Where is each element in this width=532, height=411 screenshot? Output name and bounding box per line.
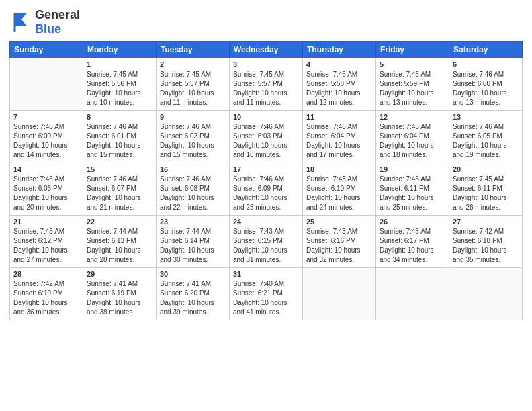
calendar-cell: 9Sunrise: 7:46 AMSunset: 6:02 PMDaylight…: [157, 111, 230, 163]
day-info: Sunrise: 7:46 AMSunset: 6:00 PMDaylight:…: [13, 122, 79, 160]
day-number: 1: [87, 60, 152, 68]
day-number: 3: [233, 60, 299, 68]
day-number: 13: [453, 113, 519, 121]
day-number: 28: [13, 270, 79, 278]
day-info: Sunrise: 7:46 AMSunset: 6:09 PMDaylight:…: [233, 175, 299, 212]
day-info: Sunrise: 7:46 AMSunset: 6:08 PMDaylight:…: [160, 175, 226, 212]
day-number: 8: [87, 113, 152, 121]
calendar-cell: 11Sunrise: 7:46 AMSunset: 6:04 PMDayligh…: [303, 111, 376, 163]
weekday-header-row: SundayMondayTuesdayWednesdayThursdayFrid…: [10, 42, 523, 58]
calendar-cell: 15Sunrise: 7:46 AMSunset: 6:07 PMDayligh…: [83, 163, 157, 216]
calendar-cell: 1Sunrise: 7:45 AMSunset: 5:56 PMDaylight…: [83, 58, 157, 111]
day-info: Sunrise: 7:46 AMSunset: 6:00 PMDaylight:…: [453, 70, 519, 107]
calendar-cell: [449, 268, 523, 320]
day-number: 22: [87, 218, 152, 226]
day-info: Sunrise: 7:46 AMSunset: 6:04 PMDaylight:…: [306, 122, 372, 160]
calendar-cell: 2Sunrise: 7:45 AMSunset: 5:57 PMDaylight…: [157, 58, 230, 111]
calendar-cell: 12Sunrise: 7:46 AMSunset: 6:04 PMDayligh…: [376, 111, 449, 163]
day-info: Sunrise: 7:41 AMSunset: 6:19 PMDaylight:…: [87, 279, 152, 317]
calendar-cell: 3Sunrise: 7:45 AMSunset: 5:57 PMDaylight…: [230, 58, 303, 111]
week-row-4: 21Sunrise: 7:45 AMSunset: 6:12 PMDayligh…: [10, 216, 523, 268]
day-number: 31: [233, 270, 299, 278]
day-info: Sunrise: 7:45 AMSunset: 5:57 PMDaylight:…: [160, 70, 226, 107]
calendar-cell: 6Sunrise: 7:46 AMSunset: 6:00 PMDaylight…: [449, 58, 523, 111]
calendar-cell: 17Sunrise: 7:46 AMSunset: 6:09 PMDayligh…: [230, 163, 303, 216]
page: General Blue SundayMondayTuesdayWednesda…: [0, 0, 532, 411]
day-info: Sunrise: 7:45 AMSunset: 6:11 PMDaylight:…: [453, 175, 519, 212]
day-info: Sunrise: 7:46 AMSunset: 6:06 PMDaylight:…: [13, 175, 79, 212]
calendar-cell: 24Sunrise: 7:43 AMSunset: 6:15 PMDayligh…: [230, 216, 303, 268]
day-number: 26: [380, 218, 445, 226]
calendar-cell: 27Sunrise: 7:42 AMSunset: 6:18 PMDayligh…: [449, 216, 523, 268]
calendar-cell: 31Sunrise: 7:40 AMSunset: 6:21 PMDayligh…: [230, 268, 303, 320]
week-row-5: 28Sunrise: 7:42 AMSunset: 6:19 PMDayligh…: [10, 268, 523, 320]
weekday-header-wednesday: Wednesday: [230, 42, 303, 58]
day-info: Sunrise: 7:40 AMSunset: 6:21 PMDaylight:…: [233, 279, 299, 317]
day-number: 21: [13, 218, 79, 226]
weekday-header-tuesday: Tuesday: [157, 42, 230, 58]
calendar-cell: 22Sunrise: 7:44 AMSunset: 6:13 PMDayligh…: [83, 216, 157, 268]
day-number: 17: [233, 165, 299, 173]
day-info: Sunrise: 7:45 AMSunset: 6:11 PMDaylight:…: [380, 175, 445, 212]
day-number: 25: [306, 218, 372, 226]
day-number: 19: [380, 165, 445, 173]
day-info: Sunrise: 7:46 AMSunset: 5:59 PMDaylight:…: [380, 70, 445, 107]
day-info: Sunrise: 7:44 AMSunset: 6:14 PMDaylight:…: [160, 227, 226, 265]
calendar-cell: 13Sunrise: 7:46 AMSunset: 6:05 PMDayligh…: [449, 111, 523, 163]
weekday-header-friday: Friday: [376, 42, 449, 58]
day-number: 12: [380, 113, 445, 121]
day-number: 30: [160, 270, 226, 278]
calendar-cell: 19Sunrise: 7:45 AMSunset: 6:11 PMDayligh…: [376, 163, 449, 216]
day-info: Sunrise: 7:45 AMSunset: 5:56 PMDaylight:…: [87, 70, 152, 107]
calendar-cell: 20Sunrise: 7:45 AMSunset: 6:11 PMDayligh…: [449, 163, 523, 216]
day-number: 10: [233, 113, 299, 121]
day-info: Sunrise: 7:41 AMSunset: 6:20 PMDaylight:…: [160, 279, 226, 317]
calendar-cell: 4Sunrise: 7:46 AMSunset: 5:58 PMDaylight…: [303, 58, 376, 111]
calendar-cell: 26Sunrise: 7:43 AMSunset: 6:17 PMDayligh…: [376, 216, 449, 268]
calendar-cell: [303, 268, 376, 320]
calendar-cell: 16Sunrise: 7:46 AMSunset: 6:08 PMDayligh…: [157, 163, 230, 216]
day-number: 16: [160, 165, 226, 173]
day-number: 5: [380, 60, 445, 68]
logo-icon: [9, 10, 34, 34]
day-info: Sunrise: 7:46 AMSunset: 6:05 PMDaylight:…: [453, 122, 519, 160]
day-number: 14: [13, 165, 79, 173]
day-info: Sunrise: 7:45 AMSunset: 6:12 PMDaylight:…: [13, 227, 79, 265]
calendar-cell: 18Sunrise: 7:45 AMSunset: 6:10 PMDayligh…: [303, 163, 376, 216]
day-info: Sunrise: 7:46 AMSunset: 6:01 PMDaylight:…: [87, 122, 152, 160]
calendar-cell: 8Sunrise: 7:46 AMSunset: 6:01 PMDaylight…: [83, 111, 157, 163]
day-info: Sunrise: 7:46 AMSunset: 6:03 PMDaylight:…: [233, 122, 299, 160]
calendar-cell: [10, 58, 83, 111]
day-number: 23: [160, 218, 226, 226]
week-row-2: 7Sunrise: 7:46 AMSunset: 6:00 PMDaylight…: [10, 111, 523, 163]
day-info: Sunrise: 7:46 AMSunset: 6:02 PMDaylight:…: [160, 122, 226, 160]
calendar-cell: 30Sunrise: 7:41 AMSunset: 6:20 PMDayligh…: [157, 268, 230, 320]
day-number: 15: [87, 165, 152, 173]
weekday-header-monday: Monday: [83, 42, 157, 58]
day-number: 27: [453, 218, 519, 226]
day-number: 29: [87, 270, 152, 278]
header: General Blue: [9, 8, 523, 36]
day-info: Sunrise: 7:46 AMSunset: 6:04 PMDaylight:…: [380, 122, 445, 160]
calendar-cell: 5Sunrise: 7:46 AMSunset: 5:59 PMDaylight…: [376, 58, 449, 111]
day-number: 18: [306, 165, 372, 173]
day-number: 24: [233, 218, 299, 226]
day-number: 7: [13, 113, 79, 121]
logo: General Blue: [9, 8, 80, 36]
calendar-cell: 29Sunrise: 7:41 AMSunset: 6:19 PMDayligh…: [83, 268, 157, 320]
calendar-cell: 23Sunrise: 7:44 AMSunset: 6:14 PMDayligh…: [157, 216, 230, 268]
calendar-cell: [376, 268, 449, 320]
day-info: Sunrise: 7:44 AMSunset: 6:13 PMDaylight:…: [87, 227, 152, 265]
day-info: Sunrise: 7:46 AMSunset: 6:07 PMDaylight:…: [87, 175, 152, 212]
calendar-table: SundayMondayTuesdayWednesdayThursdayFrid…: [9, 41, 523, 320]
day-number: 9: [160, 113, 226, 121]
day-number: 20: [453, 165, 519, 173]
day-number: 2: [160, 60, 226, 68]
day-number: 4: [306, 60, 372, 68]
weekday-header-saturday: Saturday: [449, 42, 523, 58]
day-number: 6: [453, 60, 519, 68]
week-row-1: 1Sunrise: 7:45 AMSunset: 5:56 PMDaylight…: [10, 58, 523, 111]
week-row-3: 14Sunrise: 7:46 AMSunset: 6:06 PMDayligh…: [10, 163, 523, 216]
calendar-cell: 14Sunrise: 7:46 AMSunset: 6:06 PMDayligh…: [10, 163, 83, 216]
day-info: Sunrise: 7:42 AMSunset: 6:18 PMDaylight:…: [453, 227, 519, 265]
